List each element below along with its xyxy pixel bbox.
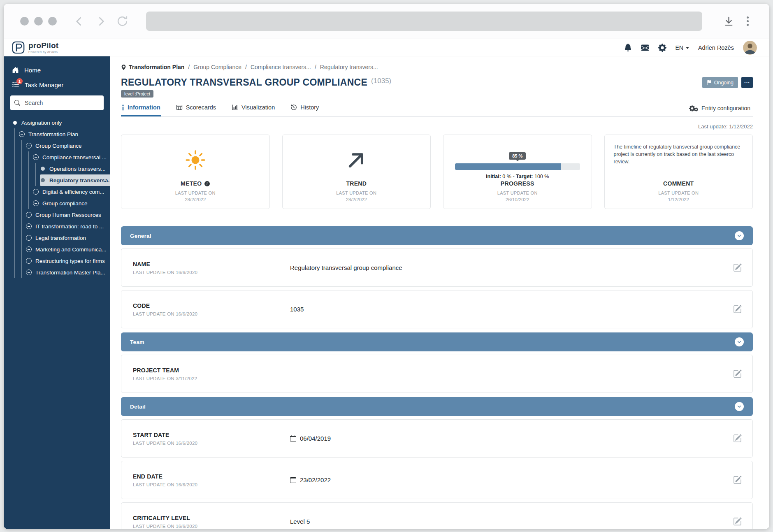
more-actions-button[interactable]: ... (741, 77, 753, 88)
edit-button[interactable] (733, 369, 742, 378)
tree-item-group-human-ressources[interactable]: Group Human Ressources (26, 209, 105, 221)
chart-icon (232, 104, 238, 111)
progress-bar (455, 163, 580, 170)
field-last-update: LAST UPDATE ON 16/6/2020 (133, 482, 290, 487)
status-ongoing-button[interactable]: Ongoing (702, 77, 738, 88)
settings-gear-icon[interactable] (658, 44, 666, 52)
tab-label: Scorecards (186, 104, 216, 111)
main-content: Transformation Plan / Group Compliance /… (110, 56, 769, 529)
edit-button[interactable] (733, 517, 742, 526)
sidebar-item-task-manager[interactable]: 1 Task Manager (4, 77, 110, 92)
field-value: Regulatory transversal group compliance (290, 264, 725, 271)
home-icon (12, 67, 19, 74)
tree-item-digital-efficiency[interactable]: Digital & efficiency com... (33, 186, 109, 197)
breadcrumb-item[interactable]: Group Compliance (193, 64, 241, 70)
tree-item-label: Compliance transversal ... (42, 154, 107, 160)
messages-envelope-icon[interactable] (641, 44, 649, 52)
comment-card: The timeline of regulatory transversal g… (604, 135, 753, 209)
field-label: CRITICALITY LEVEL (133, 515, 290, 521)
title-actions: Ongoing ... (702, 77, 753, 88)
tree-item-label: Assignation only (21, 120, 62, 126)
section-general-header[interactable]: General (121, 226, 753, 245)
search-input[interactable] (24, 99, 100, 107)
edit-button[interactable] (733, 263, 742, 272)
field-last-update: LAST UPDATE ON 16/6/2020 (133, 311, 290, 316)
tree-group: Compliance transversal ... Operations tr… (28, 151, 110, 209)
edit-button[interactable] (733, 305, 742, 314)
window-close-button[interactable] (20, 17, 29, 26)
tree-item-restructuring-types[interactable]: Restructuring types for firms (26, 255, 109, 267)
download-icon[interactable] (723, 16, 734, 27)
calendar-icon (290, 435, 296, 441)
title-row: REGULATORY TRANSVERSAL GROUP COMPLIANCE … (121, 77, 753, 88)
tree-item-regulatory-transversal-selected[interactable]: Regulatory transversa... (40, 174, 110, 186)
refresh-icon[interactable] (116, 15, 129, 28)
back-icon[interactable] (73, 15, 86, 28)
breadcrumb-item[interactable]: Regulatory transvers... (320, 64, 378, 70)
section-team-header[interactable]: Team (121, 332, 753, 351)
card-last-update-label: LAST UPDATE ON (336, 190, 376, 195)
bullet-icon (13, 121, 17, 125)
breadcrumb-item[interactable]: Compliance transvers... (251, 64, 311, 70)
field-row-project-team: PROJECT TEAM LAST UPDATE ON 3/11/2022 (121, 355, 753, 393)
section-detail-header[interactable]: Detail (121, 397, 753, 416)
breadcrumb-label: Transformation Plan (129, 64, 184, 70)
avatar[interactable] (743, 41, 757, 55)
tab-label: History (300, 104, 319, 111)
tree-item-compliance-transversal[interactable]: Compliance transversal ... (33, 151, 110, 163)
window-minimize-button[interactable] (34, 17, 43, 26)
app-header: proPilot Powered by dFakto EN Adrien Roz… (4, 39, 769, 56)
tree-item-it-transformation[interactable]: IT transformation: road to ... (26, 221, 108, 232)
info-circle-icon[interactable] (204, 181, 210, 186)
card-last-update-label: LAST UPDATE ON (658, 190, 699, 195)
tree-item-transformation-plan[interactable]: Transformation Plan (19, 128, 82, 140)
propilot-logo-icon (12, 41, 25, 54)
browser-window: proPilot Powered by dFakto EN Adrien Roz… (4, 4, 769, 529)
field-last-update: LAST UPDATE ON 16/6/2020 (133, 441, 290, 446)
card-last-update-date: 28/2/2022 (346, 197, 367, 202)
expand-plus-icon (33, 200, 39, 206)
browser-menu-icon[interactable] (747, 16, 749, 26)
sidebar: Home 1 Task Manager Assignation only (4, 56, 110, 529)
field-value: 06/04/2019 (290, 435, 725, 442)
tree-item-label: Operations transvers... (49, 166, 106, 172)
window-zoom-button[interactable] (48, 17, 57, 26)
notifications-bell-icon[interactable] (624, 44, 632, 51)
tree-item-transformation-master-plan[interactable]: Transformation Master Pla... (26, 267, 109, 278)
tree-item-label: Digital & efficiency com... (42, 189, 104, 195)
progress-fill (455, 163, 561, 170)
tree-item-operations-transversal[interactable]: Operations transvers... (40, 163, 110, 174)
tree-item-group-compliance[interactable]: Group Compliance (26, 140, 86, 151)
edit-button[interactable] (733, 434, 742, 443)
tree-item-assignation-only[interactable]: Assignation only (12, 117, 66, 128)
language-selector[interactable]: EN (676, 44, 689, 51)
tab-scorecards[interactable]: Scorecards (175, 100, 217, 116)
tree-item-label: Group Compliance (35, 143, 82, 149)
tree-item-marketing-communication[interactable]: Marketing and Communica... (26, 244, 110, 255)
forward-icon[interactable] (95, 15, 107, 28)
browser-nav (73, 15, 129, 28)
expand-plus-icon (26, 258, 32, 264)
tab-information[interactable]: Information (121, 100, 161, 116)
tree-item-legal-transformation[interactable]: Legal transformation (26, 232, 90, 244)
chevron-down-icon (735, 231, 744, 240)
edit-button[interactable] (733, 476, 742, 484)
card-title: METEO (181, 180, 202, 187)
tab-history[interactable]: History (290, 100, 320, 116)
tab-visualization[interactable]: Visualization (231, 100, 276, 116)
tree-item-group-compliance-leaf[interactable]: Group compliance (33, 197, 92, 209)
sidebar-item-label: Home (24, 67, 41, 74)
address-bar[interactable] (146, 12, 702, 31)
brand-tagline: Powered by dFakto (28, 51, 58, 54)
search-icon (14, 100, 20, 106)
tree-item-label: Regulatory transversa... (49, 177, 110, 184)
initial-label: Initial: (486, 174, 501, 179)
sidebar-item-home[interactable]: Home (4, 63, 110, 77)
tree-item-label: Group Human Ressources (35, 212, 101, 218)
tree-item-label: Group compliance (42, 200, 88, 207)
entity-configuration-button[interactable]: Entity configuration (687, 105, 753, 116)
entity-code: (1035) (371, 77, 391, 85)
expand-plus-icon (33, 189, 39, 195)
brand-name: proPilot (28, 42, 58, 49)
breadcrumb-root[interactable]: Transformation Plan (121, 64, 184, 70)
